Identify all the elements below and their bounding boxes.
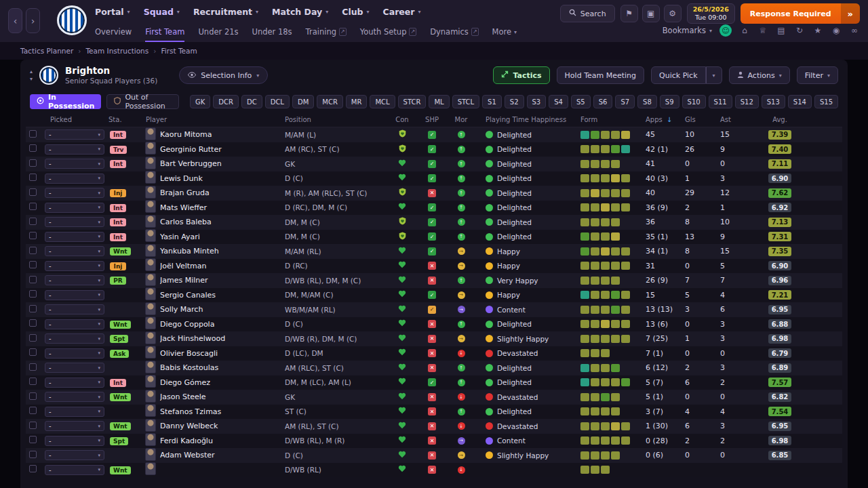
position-chip-s11[interactable]: S11 xyxy=(709,95,732,108)
menu-recruitment[interactable]: Recruitment▾ xyxy=(193,7,258,17)
picked-dropdown[interactable]: -▾ xyxy=(45,363,104,373)
breadcrumb-item[interactable]: First Team xyxy=(161,47,197,55)
player-name[interactable]: Babis Kostoulas xyxy=(160,363,285,372)
table-row[interactable]: -▾ Ask Olivier Boscagli D (LC), DM ✕ ↓ D… xyxy=(26,346,842,361)
row-checkbox[interactable] xyxy=(29,319,37,327)
position-chip-s13[interactable]: S13 xyxy=(762,95,785,108)
column-header-position[interactable]: Position xyxy=(285,116,388,123)
picked-dropdown[interactable]: -▾ xyxy=(45,392,104,402)
player-name[interactable]: Yankuba Minteh xyxy=(160,247,285,256)
player-name[interactable]: Carlos Baleba xyxy=(160,218,285,226)
position-chip-dcl[interactable]: DCL xyxy=(265,95,290,108)
player-name[interactable]: Danny Welbeck xyxy=(160,422,285,430)
position-chip-s1[interactable]: S1 xyxy=(482,95,502,108)
menu-career[interactable]: Career▾ xyxy=(383,7,421,17)
table-row[interactable]: -▾ Int Mats Wieffer D (RC), DM, M (C) ✓ … xyxy=(26,201,842,216)
position-chip-gk[interactable]: GK xyxy=(190,95,210,108)
player-name[interactable]: Jason Steele xyxy=(160,392,285,401)
player-name[interactable]: James Milner xyxy=(160,276,285,285)
player-name[interactable]: Diego Gómez xyxy=(160,378,285,387)
row-checkbox[interactable] xyxy=(29,247,37,254)
tactics-button[interactable]: Tactics xyxy=(493,66,549,84)
subnav-dynamics[interactable]: Dynamics↗ xyxy=(430,22,478,42)
quick-pick-button[interactable]: Quick Pick xyxy=(651,66,705,84)
column-header-shp[interactable]: SHP xyxy=(416,116,448,123)
position-chip-s12[interactable]: S12 xyxy=(735,95,759,108)
table-row[interactable]: -▾ Inj Brajan Gruda M (R), AM (RLC), ST … xyxy=(26,186,842,201)
table-row[interactable]: -▾ Wnt D/WB (RL) ✕ ↓ xyxy=(26,463,842,478)
breadcrumb-item[interactable]: Team Instructions xyxy=(85,47,149,55)
position-chip-stcr[interactable]: STCR xyxy=(398,95,427,108)
subnav-training[interactable]: Training↗ xyxy=(306,22,347,42)
home-icon[interactable]: ⌂ xyxy=(739,26,750,35)
table-row[interactable]: -▾ Sergio Canales DM, M/AM (C) ✓ → Happy… xyxy=(26,288,842,303)
column-header-avg-[interactable]: Avg. xyxy=(754,116,806,123)
stats-icon[interactable]: ▤ xyxy=(776,26,787,35)
player-name[interactable]: Solly March xyxy=(160,305,285,314)
player-name[interactable]: Jack Hinshelwood xyxy=(160,334,285,343)
column-header-form[interactable]: Form xyxy=(575,116,640,123)
search-button[interactable]: Search xyxy=(560,5,615,22)
position-chip-dc[interactable]: DC xyxy=(241,95,262,108)
picked-dropdown[interactable]: -▾ xyxy=(45,436,104,446)
column-header-apps[interactable]: Apps↓ xyxy=(640,116,679,123)
response-required-button[interactable]: Response Required » xyxy=(741,3,860,24)
row-checkbox[interactable] xyxy=(29,290,37,298)
position-chip-s10[interactable]: S10 xyxy=(682,95,706,108)
position-chip-s6[interactable]: S6 xyxy=(593,95,613,108)
column-header-sta-[interactable]: Sta. xyxy=(108,116,142,123)
table-row[interactable]: -▾ Int Kaoru Mitoma M/AM (L) ✓ ↑ Delight… xyxy=(26,127,842,142)
trophy-icon[interactable]: ♕ xyxy=(757,26,768,35)
row-checkbox[interactable] xyxy=(29,378,37,385)
column-header-picked[interactable]: Picked xyxy=(43,116,108,123)
subnav-youth-setup[interactable]: Youth Setup↗ xyxy=(360,22,416,42)
subnav-first-team[interactable]: First Team xyxy=(145,22,184,42)
row-checkbox[interactable] xyxy=(29,392,37,400)
game-datetime[interactable]: 26/5/2026 Tue 09:00 xyxy=(687,3,735,24)
player-name[interactable]: Olivier Boscagli xyxy=(160,349,285,358)
position-chip-s2[interactable]: S2 xyxy=(505,95,524,108)
row-checkbox[interactable] xyxy=(29,232,37,239)
table-row[interactable]: -▾ Int Diego Gómez DM, M (LC), AM (L) ✓ … xyxy=(26,375,842,390)
table-row[interactable]: -▾ Int Carlos Baleba DM, M (C) ✓ ↑ Delig… xyxy=(26,215,842,230)
collapse-toggle[interactable]: ▴▾ xyxy=(30,69,33,82)
row-checkbox[interactable] xyxy=(29,159,37,167)
picked-dropdown[interactable]: -▾ xyxy=(45,174,104,184)
row-checkbox[interactable] xyxy=(29,348,37,356)
row-checkbox[interactable] xyxy=(29,203,37,210)
table-row[interactable]: -▾ Lewis Dunk D (C) ✓ ↑ Delighted 40 (3)… xyxy=(26,171,842,186)
position-chip-s7[interactable]: S7 xyxy=(615,95,635,108)
table-row[interactable]: -▾ Int Bart Verbruggen GK ✓ ↑ Delighted … xyxy=(26,157,842,171)
actions-button[interactable]: Actions▾ xyxy=(729,66,790,84)
column-header-con[interactable]: Con xyxy=(388,116,416,123)
row-checkbox[interactable] xyxy=(29,407,37,414)
player-name[interactable]: Bart Verbruggen xyxy=(160,159,285,168)
column-header-player[interactable]: Player xyxy=(142,116,285,123)
position-chip-stcl[interactable]: STCL xyxy=(452,95,479,108)
table-row[interactable]: -▾ Spt Jack Hinshelwood D/WB (R), DM, M … xyxy=(26,331,842,346)
player-name[interactable]: Brajan Gruda xyxy=(160,188,285,197)
gear-icon[interactable]: ⚙ xyxy=(664,5,682,22)
picked-dropdown[interactable]: -▾ xyxy=(45,304,104,314)
picked-dropdown[interactable]: -▾ xyxy=(45,188,104,198)
assistant-avatar[interactable]: ☺ xyxy=(719,24,732,37)
network-icon[interactable]: ∞ xyxy=(849,26,860,35)
row-checkbox[interactable] xyxy=(29,334,37,342)
picked-dropdown[interactable]: -▾ xyxy=(45,290,104,300)
devices-icon[interactable]: ▣ xyxy=(642,5,660,22)
bookmark-icon[interactable]: ⚑ xyxy=(620,5,638,22)
table-row[interactable]: -▾ PR James Milner D/WB (RL), DM, M (C) … xyxy=(26,273,842,288)
player-name[interactable]: Mats Wieffer xyxy=(160,203,285,212)
position-chip-mr[interactable]: MR xyxy=(346,95,368,108)
column-header-mor[interactable]: Mor xyxy=(448,116,475,123)
position-chip-s4[interactable]: S4 xyxy=(549,95,568,108)
column-header-gls[interactable]: Gls xyxy=(679,116,715,123)
picked-dropdown[interactable]: -▾ xyxy=(45,144,104,155)
position-chip-mcr[interactable]: MCR xyxy=(317,95,343,108)
row-checkbox[interactable] xyxy=(29,363,37,371)
hold-team-meeting-button[interactable]: Hold Team Meeting xyxy=(557,66,644,84)
position-chip-s8[interactable]: S8 xyxy=(637,95,657,108)
position-chip-ml[interactable]: ML xyxy=(429,95,449,108)
subnav-overview[interactable]: Overview xyxy=(95,22,132,42)
row-checkbox[interactable] xyxy=(29,276,37,283)
